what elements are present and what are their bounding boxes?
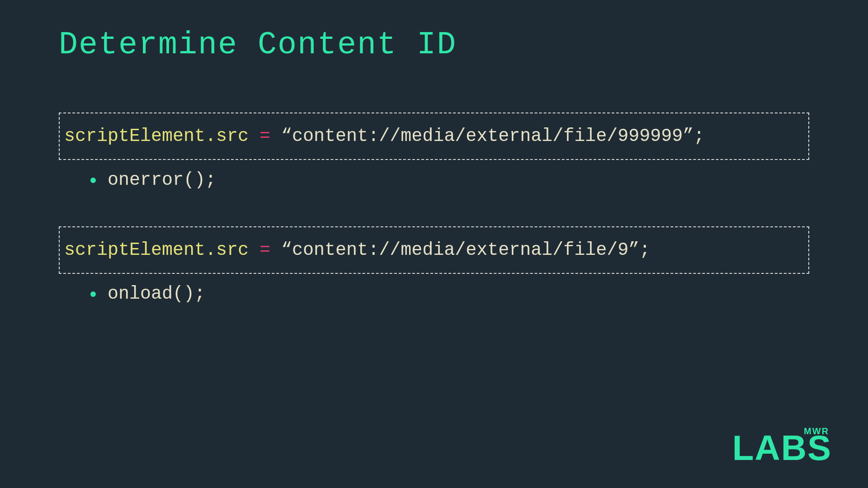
code-object: scriptElement.src: [64, 240, 249, 260]
mwr-labs-logo: MWR LABS: [732, 426, 832, 465]
bullet-row-1: onerror();: [90, 170, 809, 190]
bullet-icon: [90, 291, 96, 297]
bullet-row-2: onload();: [90, 284, 809, 304]
bullet-text: onerror();: [108, 170, 216, 190]
code-operator: =: [249, 126, 281, 146]
code-string: “content://media/external/file/9”: [281, 240, 639, 260]
bullet-text: onload();: [108, 284, 205, 304]
code-line-2: scriptElement.src = “content://media/ext…: [64, 240, 804, 260]
code-line-1: scriptElement.src = “content://media/ext…: [64, 126, 804, 146]
code-operator: =: [249, 240, 281, 260]
code-semi: ;: [693, 126, 704, 146]
logo-bottom-text: LABS: [732, 430, 832, 465]
code-box-1: scriptElement.src = “content://media/ext…: [59, 113, 809, 160]
slide: Determine Content ID scriptElement.src =…: [0, 0, 868, 488]
code-semi: ;: [639, 240, 650, 260]
code-string: “content://media/external/file/999999”: [281, 126, 693, 146]
code-object: scriptElement.src: [64, 126, 249, 146]
bullet-icon: [90, 178, 96, 183]
slide-title: Determine Content ID: [59, 27, 809, 63]
code-box-2: scriptElement.src = “content://media/ext…: [59, 226, 809, 274]
